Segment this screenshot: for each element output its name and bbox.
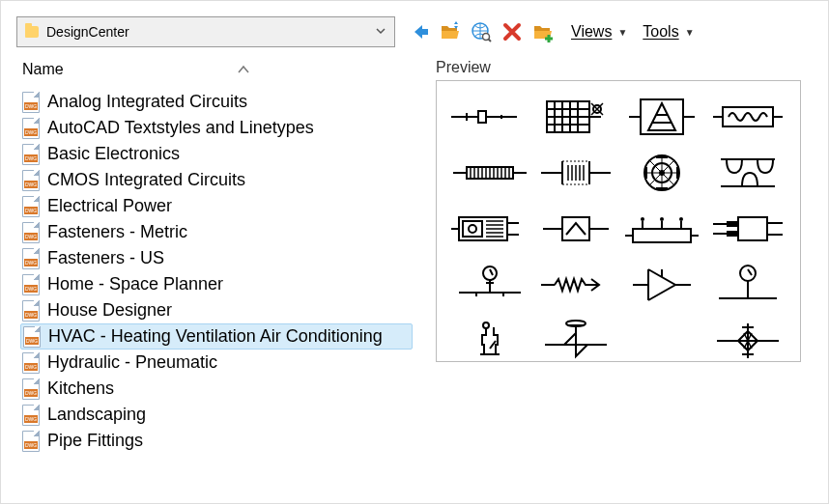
dwg-file-icon <box>22 378 40 400</box>
dropdown-label: DesignCenter <box>46 24 129 40</box>
list-item[interactable]: Pipe Fittings <box>20 428 413 454</box>
list-item-label: Fasteners - Metric <box>47 222 187 242</box>
preview-thumb[interactable] <box>618 315 704 367</box>
preview-label: Preview <box>436 59 809 76</box>
column-header[interactable]: Name <box>20 59 413 83</box>
list-item[interactable]: Basic Electronics <box>20 141 413 167</box>
dwg-file-icon <box>22 274 40 295</box>
dwg-file-icon <box>22 352 40 374</box>
dwg-file-icon <box>22 92 40 113</box>
preview-thumb[interactable] <box>532 203 618 255</box>
views-label: Views <box>571 23 612 41</box>
dwg-file-icon <box>22 118 40 139</box>
preview-thumb[interactable] <box>704 147 790 199</box>
menubar: Views ▼ Tools ▼ <box>571 23 695 41</box>
preview-thumb[interactable] <box>618 203 704 255</box>
list-item-label: Landscaping <box>47 405 146 425</box>
list-item-label: Pipe Fittings <box>47 431 143 451</box>
svg-rect-13 <box>562 217 589 240</box>
list-item-label: HVAC - Heating Ventilation Air Condition… <box>48 326 383 347</box>
preview-panel: Preview <box>418 55 816 454</box>
svg-rect-14 <box>633 229 691 242</box>
preview-thumb[interactable] <box>618 147 704 199</box>
list-item[interactable]: Electrical Power <box>20 193 413 219</box>
file-list: Analog Integrated CircuitsAutoCAD Textst… <box>20 89 413 454</box>
list-item[interactable]: Hydraulic - Pneumatic <box>20 350 413 376</box>
preview-thumb[interactable] <box>446 91 532 143</box>
preview-thumb[interactable] <box>618 259 704 311</box>
dwg-file-icon <box>22 300 40 322</box>
dwg-file-icon <box>23 326 41 348</box>
toolbar: DesignCenter Views <box>13 13 816 55</box>
dwg-file-icon <box>22 144 40 165</box>
list-item-label: CMOS Integrated Circuits <box>47 170 245 190</box>
list-item[interactable]: HVAC - Heating Ventilation Air Condition… <box>20 323 413 350</box>
list-item-label: Kitchens <box>47 378 114 399</box>
preview-thumb[interactable] <box>704 259 790 311</box>
list-item[interactable]: Kitchens <box>20 376 413 402</box>
list-item[interactable]: Fasteners - Metric <box>20 219 413 245</box>
search-web-button[interactable] <box>471 21 492 42</box>
tool-icons <box>409 21 554 42</box>
tools-menu[interactable]: Tools ▼ <box>643 23 694 41</box>
svg-point-15 <box>641 217 644 221</box>
list-item-label: Electrical Power <box>47 196 172 216</box>
svg-point-12 <box>469 225 476 233</box>
preview-thumb[interactable] <box>446 203 532 255</box>
tools-label: Tools <box>643 23 678 41</box>
preview-thumb[interactable] <box>446 315 532 367</box>
chevron-down-icon: ▼ <box>685 27 695 38</box>
dwg-file-icon <box>22 196 40 217</box>
preview-box <box>436 80 801 362</box>
svg-point-23 <box>483 322 489 328</box>
list-item[interactable]: AutoCAD Textstyles and Linetypes <box>20 115 413 141</box>
preview-thumb[interactable] <box>704 315 790 367</box>
preview-thumb[interactable] <box>532 315 618 367</box>
location-dropdown[interactable]: DesignCenter <box>16 16 395 47</box>
svg-rect-20 <box>727 231 738 237</box>
back-button[interactable] <box>409 21 430 42</box>
svg-point-22 <box>740 266 756 281</box>
open-folder-button[interactable] <box>440 21 461 42</box>
svg-point-1 <box>483 34 490 41</box>
dwg-file-icon <box>22 431 40 452</box>
list-item[interactable]: Analog Integrated Circuits <box>20 89 413 115</box>
preview-thumb[interactable] <box>532 91 618 143</box>
list-item[interactable]: CMOS Integrated Circuits <box>20 167 413 193</box>
delete-button[interactable] <box>501 21 523 42</box>
dwg-file-icon <box>22 248 40 269</box>
chevron-down-icon <box>375 24 386 40</box>
list-item[interactable]: Fasteners - US <box>20 245 413 271</box>
svg-point-16 <box>660 217 664 221</box>
svg-point-24 <box>566 321 586 326</box>
preview-thumb[interactable] <box>446 259 532 311</box>
dwg-file-icon <box>22 222 40 243</box>
preview-thumb[interactable] <box>532 147 618 199</box>
main: Name Analog Integrated CircuitsAutoCAD T… <box>13 55 816 454</box>
list-item-label: Home - Space Planner <box>47 274 223 294</box>
svg-rect-11 <box>463 221 482 237</box>
list-item-label: Fasteners - US <box>47 248 164 268</box>
folder-icon <box>25 26 39 38</box>
preview-thumb[interactable] <box>618 91 704 143</box>
list-item[interactable]: Landscaping <box>20 402 413 428</box>
chevron-down-icon: ▼ <box>617 27 627 38</box>
preview-thumb[interactable] <box>532 259 618 311</box>
preview-thumb[interactable] <box>704 203 790 255</box>
views-menu[interactable]: Views ▼ <box>571 23 627 41</box>
list-item[interactable]: House Designer <box>20 297 413 323</box>
dwg-file-icon <box>22 405 40 426</box>
svg-rect-19 <box>727 221 738 227</box>
preview-thumb[interactable] <box>704 91 790 143</box>
sort-indicator-icon <box>238 61 249 78</box>
list-item-label: Hydraulic - Pneumatic <box>47 352 217 373</box>
list-item-label: Basic Electronics <box>47 144 180 164</box>
new-folder-button[interactable] <box>532 21 554 42</box>
list-item-label: House Designer <box>47 300 172 321</box>
dwg-file-icon <box>22 170 40 191</box>
svg-rect-18 <box>738 217 767 240</box>
list-item-label: Analog Integrated Circuits <box>47 92 247 112</box>
svg-rect-5 <box>723 107 773 126</box>
preview-thumb[interactable] <box>446 147 532 199</box>
list-item[interactable]: Home - Space Planner <box>20 271 413 297</box>
